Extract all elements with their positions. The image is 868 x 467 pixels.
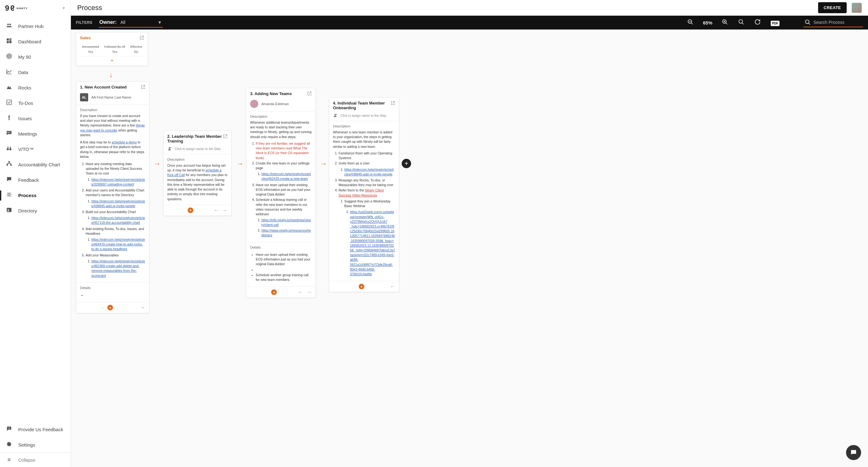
assign-owner-button[interactable]: Click to assign owner to the Step xyxy=(329,113,399,121)
next-step-icon[interactable]: → xyxy=(307,289,312,295)
sidebar-item-feedback[interactable]: Feedback xyxy=(0,172,71,188)
next-step-icon[interactable]: → xyxy=(222,208,227,213)
sidebar-item-settings[interactable]: Settings xyxy=(0,437,71,453)
search-process[interactable] xyxy=(803,18,863,27)
process-canvas[interactable]: Sales DocumentedYesFollowed By AllYesEff… xyxy=(71,30,868,467)
step-card-4[interactable]: 4. Individual Team Member Onboarding Cli… xyxy=(329,97,399,292)
svg-rect-17 xyxy=(10,147,11,148)
prev-step-icon[interactable]: ← xyxy=(214,208,219,213)
app-logo: 99 NINETY xyxy=(5,4,28,12)
details-label: Details xyxy=(76,282,149,291)
add-step-fab[interactable]: + xyxy=(402,159,411,168)
link[interactable]: https://intercom.help/ninety/en/articles… xyxy=(261,172,311,181)
create-button[interactable]: CREATE xyxy=(818,2,847,13)
collapse-toggle[interactable] xyxy=(76,56,148,66)
add-substep-button[interactable]: + xyxy=(188,208,193,213)
assign-owner-button[interactable]: Click to assign owner to the Step xyxy=(163,147,231,154)
zoom-out-icon[interactable] xyxy=(687,19,693,27)
svg-point-14 xyxy=(7,148,9,150)
mountain-icon xyxy=(6,84,12,92)
add-substep-button[interactable]: + xyxy=(271,289,277,295)
svg-point-0 xyxy=(7,24,9,25)
prev-step-icon[interactable]: ← xyxy=(298,289,303,295)
link[interactable]: https://intercom.help/ninety/en/articles… xyxy=(91,199,145,208)
zoom-reset-icon[interactable] xyxy=(738,19,744,27)
step-title: 3. Adding New Teams xyxy=(250,91,292,96)
collapse-sidebar-button[interactable]: ≡ Collapse xyxy=(0,453,71,467)
open-in-new-icon[interactable] xyxy=(307,91,312,97)
step-description: Whenever additional teams/departments ar… xyxy=(246,120,315,242)
sidebar-item-v-to-[interactable]: V/TO™ xyxy=(0,142,71,157)
svg-point-33 xyxy=(806,20,809,24)
nav-item-label: My 90 xyxy=(18,54,31,60)
sidebar-item-data[interactable]: Data xyxy=(0,65,71,80)
export-pdf-button[interactable]: PDF xyxy=(771,20,779,26)
owner-avatar-photo xyxy=(250,100,258,108)
topbar: Process CREATE xyxy=(71,0,868,16)
svg-rect-16 xyxy=(7,147,8,148)
link[interactable]: https://intercom.help/ninety/en/articles… xyxy=(91,259,145,277)
link[interactable]: https://intercom.help/ninety/en/articles… xyxy=(91,238,145,251)
link[interactable]: https://info.ninety.io/meetings/ninety/c… xyxy=(261,218,311,227)
svg-rect-18 xyxy=(8,161,10,162)
step-description: Whenever a new team member is added to y… xyxy=(329,130,399,281)
link[interactable]: https://intercom.help/ninety/en/articles… xyxy=(91,178,145,186)
user-avatar[interactable] xyxy=(852,3,862,13)
process-root-title: Sales xyxy=(80,35,91,40)
svg-rect-12 xyxy=(7,132,11,132)
page-title: Process xyxy=(77,4,102,12)
step-card-3[interactable]: 3. Adding New Teams Amanda Edelman Descr… xyxy=(246,88,316,298)
collapse-icon: ≡ xyxy=(6,457,12,463)
sidebar-item-to-dos[interactable]: To-Dos xyxy=(0,95,71,111)
nav-item-label: Meetings xyxy=(18,131,37,136)
step-card-2[interactable]: 2. Leadership Team Member Training Click… xyxy=(163,130,231,216)
owner-filter-label: Owner: xyxy=(99,20,117,25)
intercom-launcher[interactable] xyxy=(846,445,861,460)
sidebar-item-meetings[interactable]: Meetings xyxy=(0,126,71,142)
open-in-new-icon[interactable] xyxy=(223,134,227,139)
sidebar-item-accountability-chart[interactable]: Accountability Chart xyxy=(0,157,71,172)
sidebar-item-rocks[interactable]: Rocks xyxy=(0,80,71,95)
sidebar-item-directory[interactable]: Directory xyxy=(0,203,71,218)
sidebar-item-process[interactable]: Process xyxy=(0,188,71,203)
nav-item-label: Provide Us Feedback xyxy=(18,427,63,432)
process-root-card[interactable]: Sales DocumentedYesFollowed By AllYesEff… xyxy=(76,32,148,66)
link[interactable]: https://www.ninety.io/resources#webinars xyxy=(261,228,311,237)
description-label: Description xyxy=(246,111,315,120)
chart-icon xyxy=(6,68,12,76)
root-metric: DocumentedYes xyxy=(82,45,99,54)
svg-rect-5 xyxy=(7,41,9,43)
step-card-1[interactable]: 1. New Account Created AL AA First Name … xyxy=(76,81,149,313)
sidebar-item-my-90[interactable]: My 90 xyxy=(0,49,71,65)
root-metric: Followed By AllYes xyxy=(104,45,125,54)
owner-name: Amanda Edelman xyxy=(261,102,289,106)
arrow-down-icon: ↓ xyxy=(109,71,113,79)
prev-step-icon[interactable]: ← xyxy=(390,284,395,289)
filters-label: FILTERS xyxy=(76,21,93,25)
link[interactable]: schedule a demo xyxy=(112,140,137,144)
svg-rect-19 xyxy=(7,164,8,166)
nav-item-label: V/TO™ xyxy=(18,147,34,152)
add-substep-button[interactable]: + xyxy=(359,284,364,289)
open-in-new-icon[interactable] xyxy=(140,35,144,41)
svg-rect-3 xyxy=(9,39,11,40)
search-icon xyxy=(805,19,811,25)
refresh-icon[interactable] xyxy=(754,19,761,27)
sidebar-item-issues[interactable]: Issues xyxy=(0,111,71,126)
sidebar-item-dashboard[interactable]: Dashboard xyxy=(0,34,71,49)
next-step-icon[interactable]: → xyxy=(140,305,145,310)
svg-point-31 xyxy=(739,20,743,23)
add-substep-button[interactable]: + xyxy=(107,305,113,310)
link[interactable]: https://intercom.help/ninety/en/articles… xyxy=(91,216,145,224)
workspace-dropdown-icon[interactable]: ▼ xyxy=(62,6,66,10)
search-input[interactable] xyxy=(813,20,861,25)
sidebar-item-partner-hub[interactable]: Partner Hub xyxy=(0,19,71,34)
open-in-new-icon[interactable] xyxy=(391,101,395,106)
open-in-new-icon[interactable] xyxy=(141,85,145,90)
nav-item-label: To-Dos xyxy=(18,100,33,106)
link[interactable]: https://intercom.help/ninety/en/articles… xyxy=(344,167,394,176)
link[interactable]: https://us02web.zoom.us/webinar/register… xyxy=(350,210,395,276)
zoom-in-icon[interactable] xyxy=(722,19,728,27)
sidebar-item-provide-us-feedback[interactable]: Provide Us Feedback xyxy=(0,422,71,437)
owner-filter-dropdown[interactable]: Owner: All ▼ xyxy=(99,18,163,28)
